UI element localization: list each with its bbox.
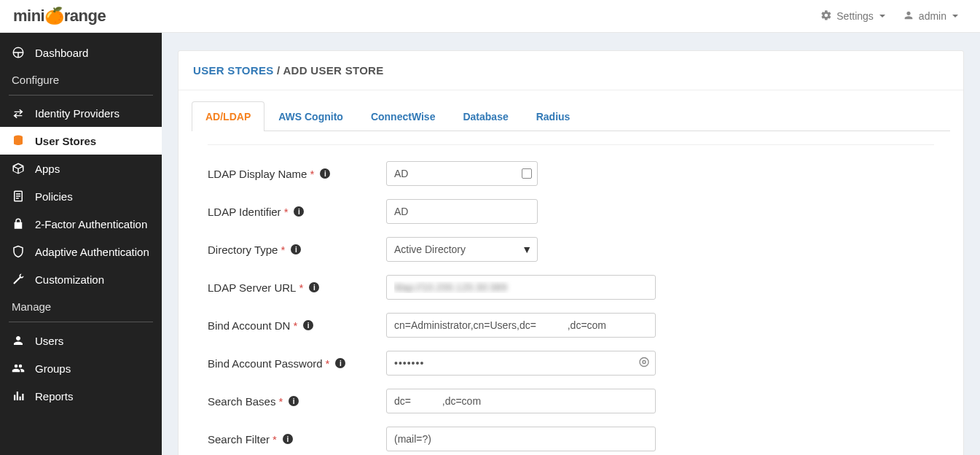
sidebar-item-identity-providers[interactable]: Identity Providers [0, 100, 162, 127]
caret-down-icon [879, 15, 885, 18]
top-header: mini🍊range Settings admin [0, 0, 980, 33]
settings-menu[interactable]: Settings [812, 4, 894, 29]
info-icon[interactable]: i [289, 396, 299, 406]
label-ldap-server-url: LDAP Server URL*i [208, 281, 386, 294]
database-icon [12, 134, 25, 147]
tab-connectwise[interactable]: ConnectWise [357, 101, 450, 131]
label-ldap-identifier: LDAP Identifier* i [208, 206, 386, 218]
sidebar-item-reports[interactable]: Reports [0, 382, 162, 410]
row-ldap-display-name: LDAP Display Name* i [208, 161, 934, 186]
ldap-form: LDAP Display Name* i LDAP Identifier* i [192, 145, 950, 455]
reveal-password-icon[interactable] [638, 357, 650, 370]
wrench-icon [12, 273, 25, 286]
gear-icon [820, 9, 832, 23]
input-ldap-server-url[interactable] [386, 275, 656, 300]
sidebar-item-label: Groups [35, 362, 71, 375]
sidebar-item-label: Apps [35, 163, 60, 175]
chart-icon [12, 389, 25, 402]
sidebar-item-two-factor[interactable]: 2-Factor Authentication [0, 210, 162, 238]
sidebar-item-label: Identity Providers [35, 107, 119, 120]
user-label: admin [919, 10, 946, 22]
info-icon[interactable]: i [309, 282, 319, 292]
label-text: Bind Account DN [208, 319, 290, 332]
info-icon[interactable]: i [303, 320, 313, 330]
breadcrumb: USER STORES / ADD USER STORE [193, 64, 949, 77]
tab-aws-cognito[interactable]: AWS Cognito [264, 101, 357, 131]
exchange-icon [12, 108, 25, 120]
tab-radius[interactable]: Radius [522, 101, 584, 131]
breadcrumb-link-user-stores[interactable]: USER STORES [193, 64, 274, 77]
required-mark: * [273, 433, 277, 446]
breadcrumb-current: ADD USER STORE [283, 64, 383, 77]
sidebar-heading-configure: Configure [0, 66, 162, 93]
user-menu[interactable]: admin [894, 4, 967, 29]
required-mark: * [326, 357, 330, 370]
label-text: Search Filter [208, 433, 270, 446]
required-mark: * [284, 206, 289, 218]
sidebar-item-dashboard[interactable]: Dashboard [0, 39, 162, 66]
row-ldap-server-url: LDAP Server URL*i [208, 275, 934, 300]
row-bind-dn: Bind Account DN* i [208, 313, 934, 338]
input-ldap-display-name[interactable] [386, 161, 538, 186]
row-search-bases: Search Bases* i [208, 389, 934, 413]
input-bind-password[interactable] [386, 351, 656, 376]
sidebar-item-label: Reports [35, 390, 74, 402]
panel-body: AD/LDAP AWS Cognito ConnectWise Database… [179, 90, 963, 455]
label-bind-dn: Bind Account DN* i [208, 319, 386, 332]
sidebar-item-users[interactable]: Users [0, 327, 162, 354]
user-icon [903, 9, 914, 23]
sidebar-item-label: Dashboard [35, 47, 88, 59]
input-search-bases[interactable] [386, 389, 656, 413]
sidebar-item-apps[interactable]: Apps [0, 155, 162, 182]
input-search-filter[interactable] [386, 427, 656, 451]
row-bind-password: Bind Account Password* i [208, 351, 934, 376]
sidebar-item-customization[interactable]: Customization [0, 265, 162, 293]
shield-icon [12, 245, 25, 258]
input-bind-dn[interactable] [386, 313, 656, 338]
sidebar-heading-manage: Manage [0, 293, 162, 320]
sidebar-item-user-stores[interactable]: User Stores [0, 127, 162, 155]
required-mark: * [310, 168, 314, 180]
input-ldap-identifier[interactable] [386, 199, 538, 224]
row-directory-type: Directory Type* i Active Directory ▼ [208, 237, 934, 262]
label-ldap-display-name: LDAP Display Name* i [208, 168, 386, 180]
users-icon [12, 362, 25, 375]
required-mark: * [299, 281, 303, 294]
breadcrumb-sep: / [274, 64, 283, 77]
document-icon [12, 190, 25, 203]
label-search-filter: Search Filter* i [208, 433, 386, 446]
user-icon [12, 334, 25, 347]
label-directory-type: Directory Type* i [208, 244, 386, 256]
info-icon[interactable]: i [335, 358, 345, 368]
tabs: AD/LDAP AWS Cognito ConnectWise Database… [192, 101, 950, 131]
required-mark: * [278, 395, 283, 408]
label-text: Bind Account Password [208, 357, 323, 370]
divider [9, 95, 153, 96]
settings-label: Settings [836, 10, 874, 22]
content-area: USER STORES / ADD USER STORE AD/LDAP AWS… [162, 33, 980, 455]
label-bind-password: Bind Account Password* i [208, 357, 386, 370]
info-icon[interactable]: i [320, 168, 330, 179]
info-icon[interactable]: i [283, 434, 293, 444]
sidebar-item-adaptive-auth[interactable]: Adaptive Authentication [0, 238, 162, 265]
sidebar-item-policies[interactable]: Policies [0, 182, 162, 210]
tab-ad-ldap[interactable]: AD/LDAP [192, 101, 264, 131]
info-icon[interactable]: i [294, 206, 304, 217]
lock-icon [12, 217, 25, 230]
svg-point-6 [643, 361, 646, 364]
sidebar-item-label: User Stores [35, 135, 96, 147]
sidebar-item-label: Adaptive Authentication [35, 246, 149, 258]
caret-down-icon [952, 15, 958, 18]
sidebar-item-groups[interactable]: Groups [0, 354, 162, 382]
logo: mini🍊range [13, 7, 106, 26]
sidebar-item-label: Customization [35, 273, 104, 286]
row-ldap-identifier: LDAP Identifier* i [208, 199, 934, 224]
info-icon[interactable]: i [291, 244, 301, 254]
sidebar-item-label: 2-Factor Authentication [35, 218, 147, 230]
label-text: LDAP Server URL [208, 281, 296, 294]
cube-icon [12, 162, 25, 175]
tab-database[interactable]: Database [449, 101, 522, 131]
row-search-filter: Search Filter* i [208, 427, 934, 451]
select-directory-type[interactable]: Active Directory [386, 237, 538, 262]
label-text: Search Bases [208, 395, 275, 408]
